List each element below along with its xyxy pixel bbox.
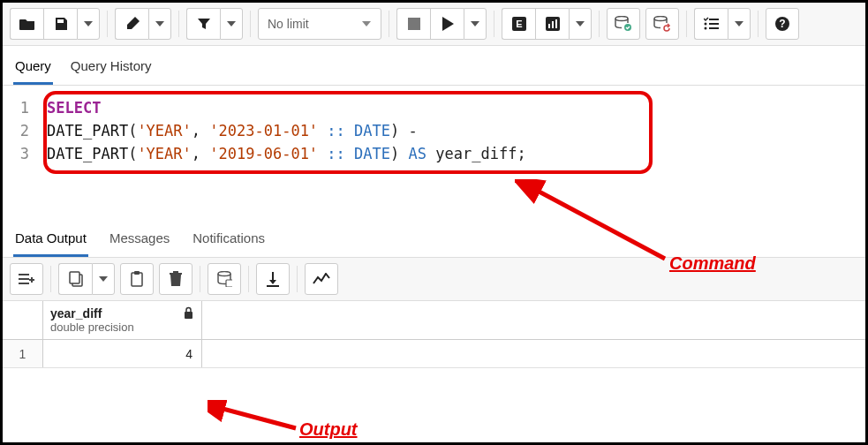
svg-rect-6 (555, 19, 557, 28)
caret-down-icon (361, 21, 372, 27)
play-icon (442, 17, 454, 31)
explain-button[interactable]: E (502, 8, 535, 40)
stop-button[interactable] (396, 8, 430, 40)
svg-point-9 (654, 17, 667, 21)
save-dropdown[interactable] (77, 8, 100, 40)
column-type: double precision (50, 321, 134, 334)
svg-text:?: ? (779, 18, 785, 30)
download-button[interactable] (256, 263, 290, 295)
bar-chart-icon (546, 17, 560, 31)
copy-icon (69, 271, 83, 287)
chevron-down-icon (84, 21, 93, 26)
limit-label: No limit (268, 17, 309, 31)
macros-button[interactable] (694, 8, 728, 40)
sql-editor[interactable]: 1 2 3 SELECT DATE_PART('YEAR', '2023-01-… (3, 86, 865, 177)
tab-messages[interactable]: Messages (108, 227, 171, 257)
svg-point-10 (704, 23, 706, 26)
database-save-icon (216, 271, 232, 287)
explain-icon: E (512, 17, 526, 31)
column-name: year_diff (50, 306, 134, 321)
output-annotation: Output (299, 419, 358, 440)
tab-query-history[interactable]: Query History (69, 53, 154, 85)
save-icon (54, 17, 68, 31)
save-button[interactable] (43, 8, 77, 40)
tab-notifications[interactable]: Notifications (191, 227, 267, 257)
table-row[interactable]: 1 4 (3, 340, 865, 368)
svg-point-7 (615, 17, 628, 21)
folder-icon (19, 17, 35, 31)
svg-rect-15 (70, 272, 79, 283)
graph-button[interactable] (305, 263, 338, 295)
chevron-down-icon (576, 21, 585, 26)
svg-text:E: E (516, 19, 522, 29)
list-check-icon (704, 17, 720, 31)
chevron-down-icon (735, 21, 743, 26)
svg-line-22 (216, 407, 296, 428)
help-icon: ? (774, 16, 790, 32)
svg-rect-5 (552, 21, 554, 28)
rollback-button[interactable] (645, 8, 679, 40)
output-arrow (208, 400, 305, 435)
stop-icon (408, 18, 420, 30)
explain-dropdown[interactable] (569, 8, 592, 40)
tab-data-output[interactable]: Data Output (13, 227, 88, 257)
line-gutter: 1 2 3 (3, 93, 36, 169)
filter-dropdown[interactable] (220, 8, 243, 40)
delete-button[interactable] (159, 263, 192, 295)
code-area[interactable]: SELECT DATE_PART('YEAR', '2023-01-01' ::… (36, 93, 537, 169)
database-undo-icon (653, 16, 671, 32)
row-number: 1 (3, 340, 43, 367)
copy-button[interactable] (58, 263, 92, 295)
open-file-button[interactable] (10, 8, 43, 40)
filter-button[interactable] (186, 8, 220, 40)
limit-select[interactable]: No limit (258, 8, 381, 40)
chevron-down-icon (99, 276, 108, 282)
output-toolbar (3, 258, 865, 301)
save-data-button[interactable] (208, 263, 241, 295)
copy-dropdown[interactable] (92, 263, 115, 295)
pencil-icon (125, 17, 140, 31)
edit-dropdown[interactable] (148, 8, 171, 40)
editor-tabs: Query Query History (3, 46, 865, 86)
chevron-down-icon (227, 21, 236, 26)
output-tabs: Data Output Messages Notifications (3, 220, 865, 258)
chevron-down-icon (155, 21, 164, 26)
chevron-down-icon (471, 21, 479, 26)
grid-corner (3, 301, 43, 339)
results-grid: year_diff double precision 1 4 (3, 301, 865, 368)
edit-button[interactable] (115, 8, 148, 40)
svg-rect-19 (226, 280, 232, 287)
svg-rect-16 (132, 273, 142, 286)
execute-button[interactable] (430, 8, 464, 40)
database-check-icon (615, 16, 632, 32)
main-toolbar: No limit E ? (3, 3, 865, 46)
svg-point-11 (704, 27, 706, 30)
trash-icon (170, 271, 182, 287)
download-icon (266, 271, 280, 287)
clipboard-icon (130, 271, 144, 287)
help-button[interactable]: ? (766, 8, 799, 40)
svg-point-18 (218, 272, 230, 276)
macros-dropdown[interactable] (728, 8, 751, 40)
explain-analyze-button[interactable] (535, 8, 569, 40)
svg-rect-17 (134, 271, 140, 275)
rows-plus-icon (19, 272, 34, 286)
column-header[interactable]: year_diff double precision (43, 301, 202, 339)
lock-icon (183, 306, 194, 320)
paste-button[interactable] (120, 263, 154, 295)
svg-rect-4 (548, 24, 550, 28)
commit-button[interactable] (607, 8, 640, 40)
line-chart-icon (313, 273, 330, 285)
execute-dropdown[interactable] (464, 8, 487, 40)
tab-query[interactable]: Query (13, 53, 53, 85)
svg-rect-0 (408, 18, 420, 30)
cell-value[interactable]: 4 (43, 340, 202, 367)
add-row-button[interactable] (10, 263, 43, 295)
filter-icon (197, 17, 211, 31)
svg-rect-20 (185, 312, 192, 319)
